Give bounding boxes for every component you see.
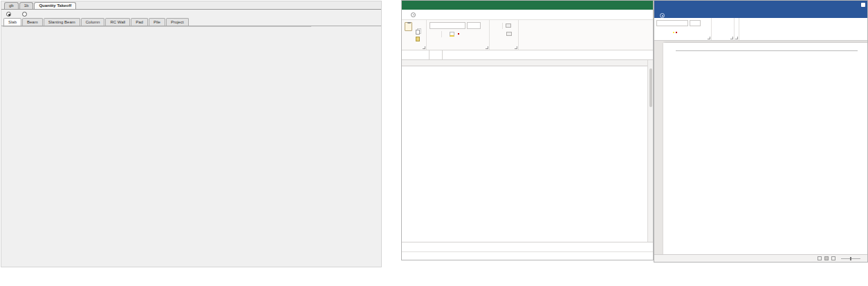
word-tellme-bulb-icon [660, 13, 665, 18]
word-font-color-button[interactable] [676, 32, 677, 33]
document-area [654, 41, 867, 256]
category-tab-4[interactable]: RC Wall [105, 18, 130, 26]
name-box[interactable] [402, 50, 430, 59]
copy-button[interactable] [416, 29, 423, 35]
font-name-select[interactable] [430, 22, 465, 29]
vertical-scrollbar[interactable] [647, 60, 653, 242]
header-rule [676, 50, 858, 51]
category-tab-6[interactable]: Pile [149, 18, 165, 26]
category-tab-2[interactable]: Slanting Beam [44, 18, 80, 26]
category-tab-bar: SlabBeamSlanting BeamColumnRC WallPadPil… [1, 18, 381, 26]
font-size-select[interactable] [467, 22, 481, 29]
font-group [427, 20, 490, 50]
category-tab-0[interactable]: Slab [3, 18, 21, 26]
alignment-group [490, 20, 519, 50]
web-layout-icon[interactable] [831, 256, 835, 260]
document-tab-bar: gb1bQuantity Takeoff [1, 1, 381, 10]
formula-bar-row [402, 50, 653, 60]
column-header-row [402, 60, 653, 66]
word-font-dialog-launcher-icon[interactable] [708, 37, 710, 39]
doc-tab-1[interactable]: 1b [19, 2, 34, 9]
doc-tab-0[interactable]: gb [4, 2, 19, 9]
fill-color-button[interactable] [450, 32, 454, 37]
word-status-bar [654, 254, 867, 262]
merge-center-icon [506, 32, 512, 36]
excel-window [401, 0, 654, 260]
tellme-bulb-icon [411, 12, 416, 17]
format-painter-button[interactable] [416, 36, 423, 42]
worksheet-grid [402, 60, 653, 242]
word-tellme[interactable] [660, 13, 667, 18]
excel-ribbon [402, 20, 653, 50]
print-layout-icon[interactable] [824, 256, 829, 260]
paragraph-dialog-launcher-icon[interactable] [730, 37, 733, 39]
word-paragraph-group [712, 18, 735, 40]
excel-tellme[interactable] [411, 12, 418, 17]
text-highlight-button[interactable] [673, 32, 674, 33]
alignment-dialog-launcher-icon[interactable] [515, 46, 517, 49]
wrap-text-button[interactable] [506, 23, 513, 29]
excel-title-bar [402, 1, 653, 10]
category-tab-7[interactable]: Project [166, 18, 189, 26]
word-font-group [654, 18, 712, 40]
font-dialog-launcher-icon[interactable] [486, 46, 488, 49]
word-title-bar [654, 1, 867, 9]
word-styles-group [735, 18, 739, 40]
formula-bar[interactable] [443, 50, 653, 59]
cut-button[interactable] [416, 22, 423, 28]
window-control-icon[interactable] [861, 3, 865, 7]
copy-icon [416, 30, 420, 35]
clipboard-group [402, 20, 427, 50]
figure-canvas: gb1bQuantity Takeoff SlabBeamSlanting Be… [0, 0, 868, 286]
paste-button[interactable] [405, 22, 412, 32]
wrap-text-icon [506, 23, 511, 28]
word-ribbon-tab-bar [654, 9, 867, 18]
document-page[interactable] [663, 43, 867, 256]
sheet-tab-bar [402, 242, 653, 251]
format-painter-icon [416, 37, 420, 41]
category-tab-1[interactable]: Beam [22, 18, 43, 26]
word-ribbon [654, 18, 867, 41]
takeoff-grid-area [3, 26, 311, 27]
word-font-name-select[interactable] [656, 20, 688, 26]
zoom-slider[interactable] [841, 258, 860, 259]
paste-icon [405, 22, 412, 31]
category-tab-5[interactable]: Pad [131, 18, 148, 26]
excel-ribbon-tab-bar [402, 10, 653, 20]
merge-center-button[interactable] [506, 31, 515, 37]
word-font-size-select[interactable] [690, 20, 701, 26]
show-all-radio[interactable] [6, 12, 11, 17]
quantity-takeoff-window: gb1bQuantity Takeoff SlabBeamSlanting Be… [1, 1, 382, 267]
font-color-button[interactable] [458, 33, 459, 35]
styles-dialog-launcher-icon[interactable] [735, 37, 738, 39]
show-selected-radio[interactable] [22, 12, 27, 17]
filter-radio-group [6, 11, 381, 17]
word-window [654, 0, 868, 263]
category-tab-3[interactable]: Column [81, 18, 105, 26]
read-mode-icon[interactable] [818, 256, 822, 260]
clipboard-dialog-launcher-icon[interactable] [423, 46, 425, 49]
excel-status-bar [402, 251, 653, 260]
doc-tab-2[interactable]: Quantity Takeoff [34, 2, 76, 9]
